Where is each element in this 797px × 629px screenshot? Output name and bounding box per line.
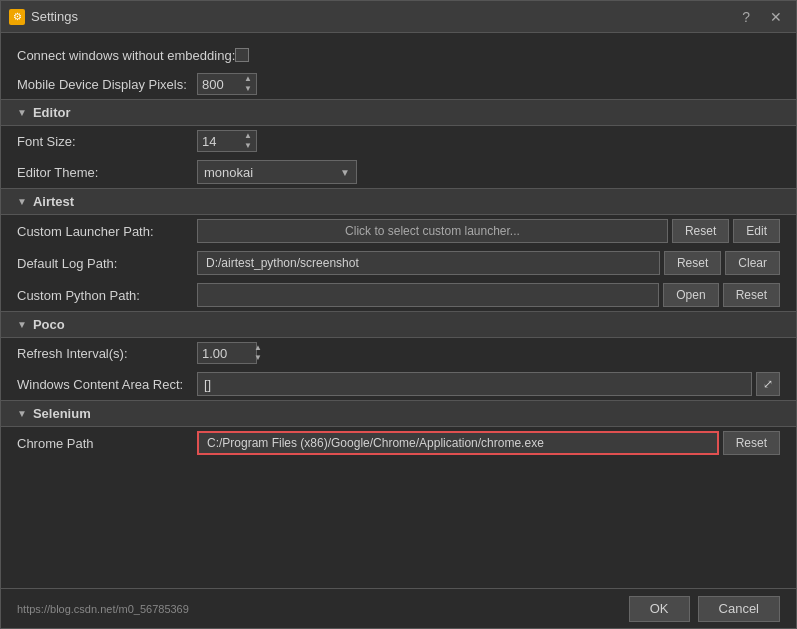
- default-log-row: Default Log Path: D:/airtest_python/scre…: [1, 247, 796, 279]
- connect-windows-label: Connect windows without embedding:: [17, 48, 235, 63]
- chrome-path-reset-button[interactable]: Reset: [723, 431, 780, 455]
- airtest-section-label: Airtest: [33, 194, 74, 209]
- windows-content-row: Windows Content Area Rect: [] ⤢: [1, 368, 796, 400]
- refresh-interval-input[interactable]: [202, 346, 252, 361]
- selenium-section-header[interactable]: ▼ Selenium: [1, 400, 796, 427]
- font-size-row: Font Size: ▲ ▼: [1, 126, 796, 156]
- default-log-label: Default Log Path:: [17, 256, 197, 271]
- spinbox-up-arrow[interactable]: ▲: [244, 74, 252, 84]
- font-spinbox-down-arrow[interactable]: ▼: [244, 141, 252, 151]
- refresh-interval-label: Refresh Interval(s):: [17, 346, 197, 361]
- custom-launcher-placeholder: Click to select custom launcher...: [345, 224, 520, 238]
- custom-launcher-row: Custom Launcher Path: Click to select cu…: [1, 215, 796, 247]
- refresh-spinbox-up-arrow[interactable]: ▲: [254, 343, 262, 353]
- mobile-device-label: Mobile Device Display Pixels:: [17, 77, 197, 92]
- title-bar: ⚙ Settings ? ✕: [1, 1, 796, 33]
- font-size-input[interactable]: [202, 134, 242, 149]
- custom-python-field[interactable]: [197, 283, 659, 307]
- poco-collapse-arrow: ▼: [17, 319, 27, 330]
- settings-window: ⚙ Settings ? ✕ Connect windows without e…: [0, 0, 797, 629]
- refresh-interval-row: Refresh Interval(s): ▲ ▼: [1, 338, 796, 368]
- font-size-label: Font Size:: [17, 134, 197, 149]
- footer: https://blog.csdn.net/m0_56785369 OK Can…: [1, 588, 796, 628]
- editor-section-label: Editor: [33, 105, 71, 120]
- settings-content: Connect windows without embedding: Mobil…: [1, 33, 796, 588]
- editor-collapse-arrow: ▼: [17, 107, 27, 118]
- ok-button[interactable]: OK: [629, 596, 690, 622]
- help-button[interactable]: ?: [736, 7, 756, 27]
- custom-launcher-edit-button[interactable]: Edit: [733, 219, 780, 243]
- windows-content-label: Windows Content Area Rect:: [17, 377, 197, 392]
- default-log-clear-button[interactable]: Clear: [725, 251, 780, 275]
- custom-launcher-reset-button[interactable]: Reset: [672, 219, 729, 243]
- window-icon: ⚙: [9, 9, 25, 25]
- custom-launcher-label: Custom Launcher Path:: [17, 224, 197, 239]
- editor-theme-row: Editor Theme: monokai ▼: [1, 156, 796, 188]
- title-bar-controls: ? ✕: [736, 7, 788, 27]
- window-title: Settings: [31, 9, 736, 24]
- editor-theme-value: monokai: [204, 165, 336, 180]
- footer-url: https://blog.csdn.net/m0_56785369: [17, 603, 189, 615]
- expand-button[interactable]: ⤢: [756, 372, 780, 396]
- close-button[interactable]: ✕: [764, 7, 788, 27]
- default-log-field[interactable]: D:/airtest_python/screenshot: [197, 251, 660, 275]
- connect-windows-checkbox[interactable]: [235, 48, 249, 62]
- font-spinbox-up-arrow[interactable]: ▲: [244, 131, 252, 141]
- airtest-collapse-arrow: ▼: [17, 196, 27, 207]
- custom-python-open-button[interactable]: Open: [663, 283, 718, 307]
- default-log-reset-button[interactable]: Reset: [664, 251, 721, 275]
- windows-content-value: []: [204, 377, 211, 392]
- connect-windows-row: Connect windows without embedding:: [1, 41, 796, 69]
- chrome-path-label: Chrome Path: [17, 436, 197, 451]
- mobile-device-spinbox[interactable]: ▲ ▼: [197, 73, 257, 95]
- mobile-device-row: Mobile Device Display Pixels: ▲ ▼: [1, 69, 796, 99]
- custom-python-label: Custom Python Path:: [17, 288, 197, 303]
- default-log-value: D:/airtest_python/screenshot: [206, 256, 359, 270]
- spinbox-down-arrow[interactable]: ▼: [244, 84, 252, 94]
- combo-arrow-icon: ▼: [340, 167, 350, 178]
- custom-python-reset-button[interactable]: Reset: [723, 283, 780, 307]
- custom-launcher-field[interactable]: Click to select custom launcher...: [197, 219, 668, 243]
- custom-python-row: Custom Python Path: Open Reset: [1, 279, 796, 311]
- editor-theme-label: Editor Theme:: [17, 165, 197, 180]
- refresh-spinbox-down-arrow[interactable]: ▼: [254, 353, 262, 363]
- chrome-path-row: Chrome Path C:/Program Files (x86)/Googl…: [1, 427, 796, 459]
- refresh-interval-spinbox[interactable]: ▲ ▼: [197, 342, 257, 364]
- selenium-collapse-arrow: ▼: [17, 408, 27, 419]
- poco-section-label: Poco: [33, 317, 65, 332]
- editor-theme-combo[interactable]: monokai ▼: [197, 160, 357, 184]
- chrome-path-field[interactable]: C:/Program Files (x86)/Google/Chrome/App…: [197, 431, 719, 455]
- editor-section-header[interactable]: ▼ Editor: [1, 99, 796, 126]
- font-size-spinbox[interactable]: ▲ ▼: [197, 130, 257, 152]
- selenium-section-label: Selenium: [33, 406, 91, 421]
- windows-content-field[interactable]: []: [197, 372, 752, 396]
- poco-section-header[interactable]: ▼ Poco: [1, 311, 796, 338]
- airtest-section-header[interactable]: ▼ Airtest: [1, 188, 796, 215]
- chrome-path-value: C:/Program Files (x86)/Google/Chrome/App…: [207, 436, 544, 450]
- mobile-device-input[interactable]: [202, 77, 242, 92]
- cancel-button[interactable]: Cancel: [698, 596, 780, 622]
